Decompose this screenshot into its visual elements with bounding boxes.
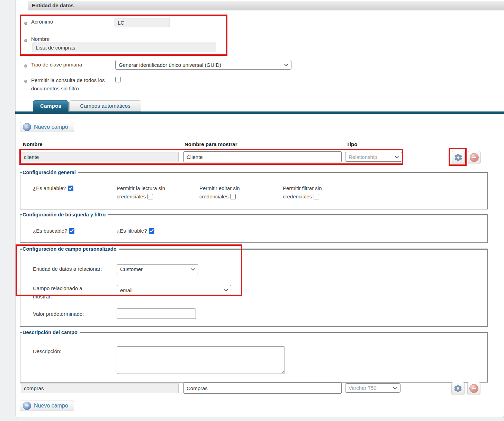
description-textarea[interactable]	[117, 346, 285, 374]
related-field-selected-value: email	[120, 287, 133, 293]
plus-icon	[23, 123, 31, 131]
filter-no-credentials-field: Permitir filtrar sin credenciales	[283, 184, 343, 201]
field-settings-button[interactable]	[452, 151, 465, 164]
related-field-select[interactable]: email	[117, 285, 231, 295]
chevron-down-icon	[393, 387, 397, 389]
field-type-selected-value: Relationship	[349, 154, 377, 160]
filterable-checkbox[interactable]	[149, 228, 154, 234]
bullet-icon	[24, 39, 27, 42]
custom-config-fieldset: Configuración de campo personalizado Ent…	[20, 246, 488, 327]
entity-editor-page: Entidad de datos Acrónimo Nombre Tipo de…	[0, 0, 504, 421]
related-field-label: Campo relacionado a mostrar:	[33, 284, 92, 301]
new-field-button-bottom[interactable]: Nuevo campo	[20, 401, 74, 411]
chevron-down-icon	[395, 155, 399, 158]
allow-query-label: Permitir la consulta de todos los docume…	[31, 76, 114, 93]
edit-no-credentials-field: Permitir editar sin credenciales	[199, 184, 260, 201]
read-no-credentials-checkbox[interactable]	[147, 194, 153, 199]
column-header-name: Nombre	[23, 141, 43, 147]
acronym-label: Acrónimo	[31, 18, 53, 26]
primary-key-selected-value: Generar identificador único universal (G…	[119, 62, 221, 68]
related-entity-select[interactable]: Customer	[117, 264, 198, 274]
field-name-input[interactable]	[21, 383, 179, 393]
tab-campos[interactable]: Campos	[33, 100, 69, 111]
bullet-icon	[24, 64, 27, 68]
filterable-field: ¿Es filtrable?	[117, 227, 154, 235]
chevron-down-icon	[191, 268, 195, 271]
filterable-label: ¿Es filtrable?	[117, 228, 147, 234]
read-no-credentials-field: Permitir la lectura sin credenciales	[117, 184, 182, 201]
nullable-label: ¿Es anulable?	[33, 185, 66, 191]
related-entity-selected-value: Customer	[120, 266, 143, 272]
page-title: Entidad de datos	[28, 1, 504, 10]
plus-icon	[23, 402, 31, 410]
general-config-fieldset: Configuración general ¿Es anulable? Perm…	[20, 170, 488, 209]
general-config-legend: Configuración general	[22, 170, 78, 175]
field-remove-button[interactable]	[467, 382, 480, 395]
nullable-checkbox[interactable]	[68, 186, 73, 191]
acronym-input[interactable]	[115, 18, 170, 27]
primary-key-label: Tipo de clave primaria	[31, 61, 82, 69]
field-type-selected-value: Varchar 750	[349, 385, 377, 391]
bullet-icon	[24, 22, 27, 25]
tab-divider	[15, 111, 504, 114]
nullable-field: ¿Es anulable?	[33, 184, 73, 192]
custom-config-legend: Configuración de campo personalizado	[22, 246, 119, 252]
name-label: Nombre	[31, 35, 50, 43]
tab-campos-label: Campos	[40, 103, 61, 109]
field-display-name-input[interactable]	[183, 151, 342, 162]
remove-icon	[469, 384, 478, 393]
searchable-field: ¿Es buscable?	[33, 227, 74, 235]
bullet-icon	[24, 80, 27, 83]
primary-key-select[interactable]: Generar identificador único universal (G…	[115, 60, 291, 70]
tab-campos-automaticos[interactable]: Campos automáticos	[69, 100, 141, 111]
field-settings-button[interactable]	[451, 382, 465, 395]
filter-no-credentials-checkbox[interactable]	[314, 194, 319, 199]
searchable-checkbox[interactable]	[69, 228, 74, 234]
field-name-input[interactable]	[21, 152, 179, 162]
description-label: Descripción:	[33, 347, 62, 356]
edit-no-credentials-checkbox[interactable]	[230, 194, 236, 199]
new-field-button-label: Nuevo campo	[34, 403, 68, 409]
default-value-input[interactable]	[117, 308, 196, 319]
field-type-select[interactable]: Relationship	[345, 152, 402, 162]
default-value-label: Valor predeterminado:	[33, 310, 84, 318]
name-input[interactable]	[33, 43, 216, 52]
gear-icon	[454, 153, 463, 162]
field-remove-button[interactable]	[468, 151, 481, 164]
column-header-type: Tipo	[346, 141, 357, 147]
search-config-fieldset: Configuración de búsqueda y filtro ¿Es b…	[20, 212, 488, 243]
chevron-down-icon	[284, 63, 288, 66]
search-config-legend: Configuración de búsqueda y filtro	[22, 212, 108, 217]
new-field-button-top[interactable]: Nuevo campo	[20, 122, 74, 132]
new-field-button-label: Nuevo campo	[34, 124, 68, 130]
allow-query-checkbox[interactable]	[115, 77, 121, 82]
read-no-credentials-label: Permitir la lectura sin credenciales	[117, 185, 165, 199]
chevron-down-icon	[224, 289, 228, 292]
description-legend: Descripción del campo	[22, 330, 80, 335]
tab-campos-automaticos-label: Campos automáticos	[80, 103, 130, 109]
field-type-select[interactable]: Varchar 750	[345, 383, 400, 393]
gear-icon	[453, 384, 462, 393]
searchable-label: ¿Es buscable?	[33, 228, 67, 234]
description-fieldset: Descripción del campo Descripción:	[20, 330, 488, 383]
related-entity-label: Entidad de datos a relacionar:	[33, 265, 102, 273]
remove-icon	[470, 153, 479, 162]
column-header-display-name: Nombre para mostrar	[184, 141, 237, 147]
field-display-name-input[interactable]	[183, 383, 342, 394]
